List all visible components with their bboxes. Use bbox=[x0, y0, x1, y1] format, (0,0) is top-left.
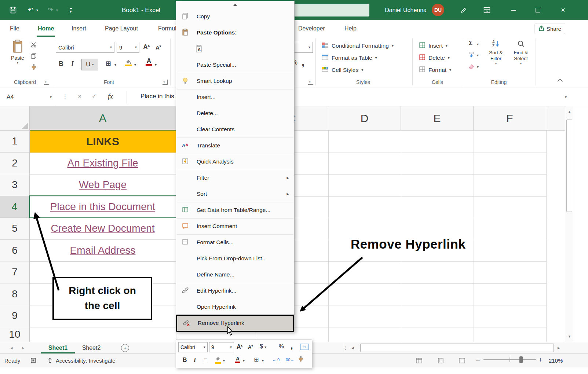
row-header-9[interactable]: 9 bbox=[0, 305, 30, 327]
menu-item-insert[interactable]: Insert... bbox=[176, 89, 294, 105]
delete-cells-button[interactable]: Delete ▾ bbox=[419, 52, 450, 63]
row-header-1[interactable]: 1 bbox=[0, 131, 30, 153]
tab-home[interactable]: Home bbox=[37, 20, 55, 37]
tab-splitter-icon[interactable]: ⋮ bbox=[343, 345, 348, 351]
macro-record-icon[interactable] bbox=[31, 358, 36, 364]
tab-developer[interactable]: Developer bbox=[297, 20, 326, 37]
undo-icon[interactable]: ↶ bbox=[28, 0, 33, 20]
cell-a5[interactable]: Create New Document bbox=[30, 218, 176, 240]
increase-font-size-button[interactable]: A▴ bbox=[143, 43, 150, 51]
cell-styles-button[interactable]: Cell Styles ▾ bbox=[321, 65, 363, 76]
menu-item-open-hyperlink[interactable]: Open Hyperlink bbox=[176, 299, 294, 315]
mini-format-painter-icon[interactable] bbox=[298, 355, 304, 363]
page-break-view-icon[interactable] bbox=[459, 358, 465, 364]
cell-a3[interactable]: Web Page bbox=[30, 174, 176, 196]
enter-check-icon[interactable]: ✓ bbox=[92, 93, 96, 100]
sheet-nav-right-icon[interactable]: ▸ bbox=[22, 345, 25, 351]
menu-item-delete[interactable]: Delete... bbox=[176, 105, 294, 121]
mini-align-icon[interactable]: ≡ bbox=[204, 357, 207, 363]
zoom-slider-handle[interactable] bbox=[519, 356, 523, 363]
new-sheet-button[interactable]: + bbox=[121, 344, 129, 352]
format-as-table-button[interactable]: Format as Table ▾ bbox=[321, 52, 377, 63]
cut-icon[interactable] bbox=[31, 42, 37, 49]
scroll-up-icon[interactable]: ▴ bbox=[565, 109, 574, 114]
italic-button[interactable]: I bbox=[71, 60, 74, 68]
copy-icon[interactable] bbox=[31, 53, 37, 60]
number-dialog-launcher-icon[interactable]: ↘ bbox=[308, 80, 313, 85]
mini-font-size-combo[interactable]: 9▾ bbox=[209, 342, 234, 352]
menu-item-smart-lookup[interactable]: Smart Lookup bbox=[176, 73, 294, 89]
row-header-7[interactable]: 7 bbox=[0, 261, 30, 283]
row-header-10[interactable]: 10 bbox=[0, 327, 30, 342]
maximize-button[interactable] bbox=[530, 0, 546, 20]
zoom-out-icon[interactable]: − bbox=[476, 356, 480, 364]
menu-item-get-data[interactable]: Get Data from Table/Range... bbox=[176, 202, 294, 218]
autosum-icon[interactable]: Σ bbox=[469, 40, 472, 47]
format-cells-button[interactable]: Format ▾ bbox=[419, 65, 451, 76]
hscroll-left-icon[interactable]: ◂ bbox=[351, 345, 354, 351]
undo-chevron-down-icon[interactable]: ▾ bbox=[36, 0, 38, 20]
borders-icon[interactable]: ⊞ bbox=[106, 59, 111, 67]
grip-dots-icon[interactable]: ⋮ bbox=[62, 93, 68, 100]
row-header-6[interactable]: 6 bbox=[0, 240, 30, 262]
row-header-5[interactable]: 5 bbox=[0, 218, 30, 240]
menu-item-translate[interactable]: Aã Translate bbox=[176, 138, 294, 154]
comma-format-button[interactable]: , bbox=[302, 56, 304, 68]
clear-icon[interactable] bbox=[468, 63, 475, 71]
decrease-font-size-button[interactable]: A▾ bbox=[156, 44, 161, 51]
underline-button[interactable]: U▾ bbox=[81, 59, 98, 70]
menu-item-sort[interactable]: Sort ▸ bbox=[176, 186, 294, 202]
mini-font-name-combo[interactable]: Calibri▾ bbox=[178, 342, 208, 352]
mini-italic-button[interactable]: I bbox=[194, 357, 196, 363]
sort-filter-button[interactable]: AZ Sort & Filter ▾ bbox=[485, 40, 507, 65]
mini-fill-color-icon[interactable] bbox=[215, 356, 222, 364]
tab-help[interactable]: Help bbox=[343, 20, 358, 37]
mini-comma-icon[interactable]: , bbox=[291, 341, 293, 351]
menu-item-pick-from-list[interactable]: Pick From Drop-down List... bbox=[176, 250, 294, 267]
fill-color-icon[interactable] bbox=[125, 59, 132, 66]
menu-item-filter[interactable]: Filter ▸ bbox=[176, 170, 294, 186]
tab-page-layout[interactable]: Page Layout bbox=[104, 20, 139, 37]
hscroll-right-icon[interactable]: ▸ bbox=[558, 345, 560, 351]
row-header-3[interactable]: 3 bbox=[0, 174, 30, 196]
clipboard-dialog-launcher-icon[interactable]: ↘ bbox=[44, 80, 49, 85]
formula-bar-expand-icon[interactable]: ▾ bbox=[565, 95, 567, 99]
menu-item-format-cells[interactable]: Format Cells... bbox=[176, 234, 294, 250]
mini-merge-icon[interactable] bbox=[300, 344, 309, 351]
font-size-combo[interactable]: 9▾ bbox=[117, 42, 139, 53]
hyperlink-existing-file[interactable]: An Existing File bbox=[67, 157, 138, 169]
sheet-nav-left-icon[interactable]: ◂ bbox=[10, 345, 13, 351]
hyperlink-create-new-document[interactable]: Create New Document bbox=[51, 223, 154, 234]
page-layout-view-icon[interactable] bbox=[438, 358, 444, 364]
select-all-corner[interactable] bbox=[0, 106, 30, 131]
scroll-down-icon[interactable]: ▾ bbox=[565, 334, 574, 339]
menu-item-clear-contents[interactable]: Clear Contents bbox=[176, 121, 294, 138]
ribbon-display-options-icon[interactable] bbox=[483, 7, 490, 15]
cell-a2[interactable]: An Existing File bbox=[30, 153, 176, 175]
menu-item-define-name[interactable]: Define Name... bbox=[176, 267, 294, 283]
save-icon[interactable] bbox=[10, 7, 17, 15]
vertical-scroll-thumb[interactable] bbox=[566, 120, 572, 212]
tab-insert[interactable]: Insert bbox=[70, 20, 87, 37]
mini-percent-icon[interactable]: % bbox=[279, 343, 284, 350]
quick-access-customize-icon[interactable]: ▾ bbox=[70, 8, 72, 13]
name-box[interactable]: A4 ▾ bbox=[3, 91, 54, 103]
normal-view-icon[interactable] bbox=[416, 358, 422, 364]
font-dialog-launcher-icon[interactable]: ↘ bbox=[162, 80, 168, 85]
collapse-ribbon-icon[interactable] bbox=[557, 77, 563, 84]
hyperlink-web-page[interactable]: Web Page bbox=[79, 179, 127, 191]
avatar[interactable]: DU bbox=[432, 4, 444, 16]
insert-cells-button[interactable]: Insert ▾ bbox=[419, 40, 448, 51]
menu-item-paste-special[interactable]: Paste Special... bbox=[176, 57, 294, 73]
minimize-button[interactable] bbox=[505, 0, 522, 20]
pen-icon[interactable] bbox=[460, 7, 467, 15]
hyperlink-email-address[interactable]: Email Address bbox=[70, 245, 136, 256]
menu-scroll-up[interactable] bbox=[176, 1, 294, 8]
insert-function-icon[interactable]: fx bbox=[108, 92, 113, 100]
row-header-2[interactable]: 2 bbox=[0, 153, 30, 175]
accessibility-status[interactable]: Accessibility: Investigate bbox=[56, 358, 116, 364]
menu-item-edit-hyperlink[interactable]: Edit Hyperlink... bbox=[176, 283, 294, 299]
row-header-8[interactable]: 8 bbox=[0, 283, 30, 305]
mini-increase-font-icon[interactable]: A▴ bbox=[237, 344, 242, 350]
user-name[interactable]: Daniel Uchenna bbox=[385, 0, 427, 20]
